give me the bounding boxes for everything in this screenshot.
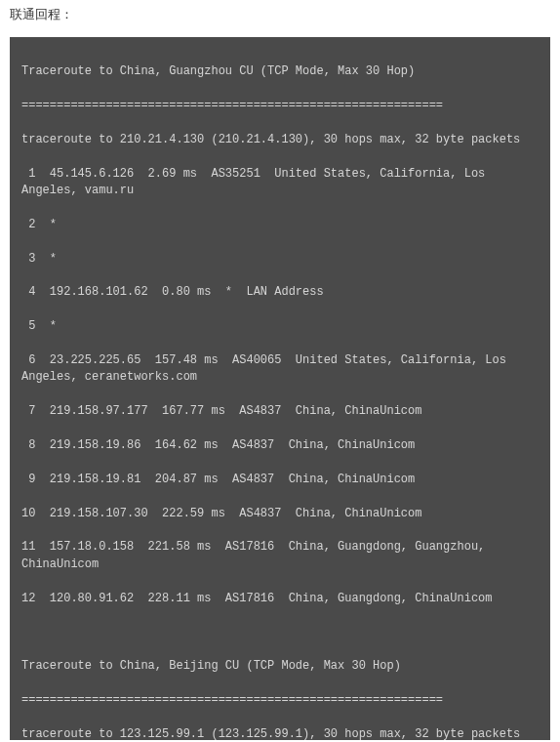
hop-line: 9 219.158.19.81 204.87 ms AS4837 China, … [21,472,539,488]
separator: ========================================… [21,98,539,114]
separator: ========================================… [21,692,539,709]
hop-line: 11 157.18.0.158 221.58 ms AS17816 China,… [21,539,539,573]
hop-line: 1 45.145.6.126 2.69 ms AS35251 United St… [21,166,539,200]
hop-line: 12 120.80.91.62 228.11 ms AS17816 China,… [21,591,539,607]
traceroute-title-2: Traceroute to China, Beijing CU (TCP Mod… [21,658,539,675]
traceroute-title-1: Traceroute to China, Guangzhou CU (TCP M… [21,63,539,80]
hop-line: 5 * [21,318,539,335]
terminal-output: Traceroute to China, Guangzhou CU (TCP M… [10,37,550,740]
hop-line: 4 192.168.101.62 0.80 ms * LAN Address [21,284,539,301]
hop-line: 10 219.158.107.30 222.59 ms AS4837 China… [21,506,539,522]
hop-line: 7 219.158.97.177 167.77 ms AS4837 China,… [21,403,539,420]
hop-line: 2 * [21,217,539,233]
hop-line: 3 * [21,251,539,268]
hop-line: 8 219.158.19.86 164.62 ms AS4837 China, … [21,437,539,454]
traceroute-cmd-1: traceroute to 210.21.4.130 (210.21.4.130… [21,132,539,148]
traceroute-cmd-2: traceroute to 123.125.99.1 (123.125.99.1… [21,726,539,740]
blank-line [21,624,539,640]
hop-line: 6 23.225.225.65 157.48 ms AS40065 United… [21,352,539,387]
section-header: 联通回程： [0,0,560,29]
